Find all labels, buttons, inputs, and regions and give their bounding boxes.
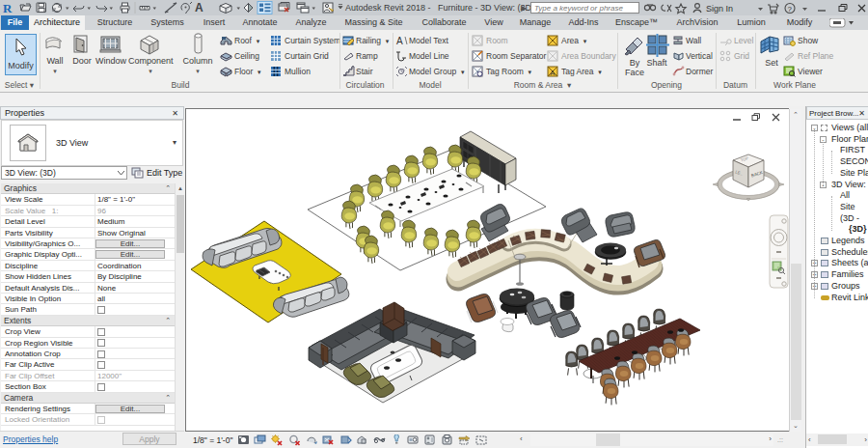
svg-text:A: A <box>195 1 203 14</box>
svg-text:Sign In: Sign In <box>706 4 733 14</box>
svg-text:A: A <box>396 36 403 46</box>
svg-text:?: ? <box>788 5 793 14</box>
svg-text:A: A <box>551 70 556 76</box>
